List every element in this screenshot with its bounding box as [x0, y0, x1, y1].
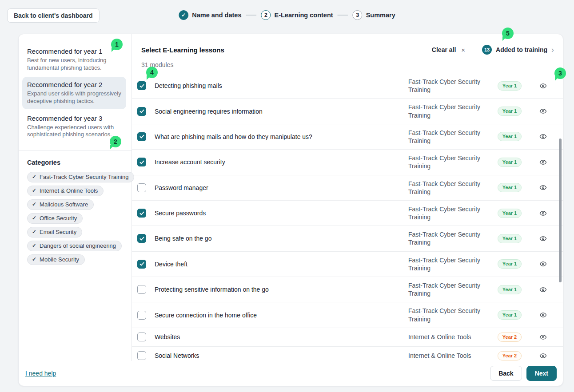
preview-lesson-button[interactable]: [538, 81, 548, 91]
preview-lesson-button[interactable]: [538, 285, 548, 294]
lesson-checkbox[interactable]: [137, 183, 146, 192]
category-chip-label: Office Security: [40, 215, 77, 222]
lesson-checkbox[interactable]: [137, 234, 146, 243]
recommendation-item-year-2[interactable]: Recommended for year 2 Expand user skill…: [22, 77, 126, 109]
lesson-category: Fast-Track Cyber Security Training: [399, 256, 492, 272]
category-chip-label: Fast-Track Cyber Security Training: [40, 174, 128, 180]
category-filter-chip[interactable]: ✓ Email Security: [27, 227, 82, 238]
lesson-category: Fast-Track Cyber Security Training: [399, 129, 492, 145]
lesson-checkbox[interactable]: [137, 311, 146, 320]
year-badge: Year 1: [498, 107, 522, 116]
preview-lesson-button[interactable]: [538, 259, 548, 269]
back-to-dashboard-button[interactable]: Back to client's dashboard: [7, 8, 100, 23]
lesson-checkbox[interactable]: [137, 260, 146, 269]
lesson-title: What are phishing mails and how do they …: [155, 133, 399, 140]
check-icon: [139, 83, 145, 89]
step-label: Name and dates: [192, 12, 241, 19]
category-filter-chip[interactable]: ✓ Office Security: [27, 213, 83, 224]
annotation-number: 4: [150, 69, 154, 76]
lesson-category: Fast-Track Cyber Security Training: [399, 281, 492, 297]
lesson-row: Social engineering requires information …: [132, 99, 563, 124]
lesson-checkbox[interactable]: [137, 132, 146, 141]
preview-lesson-button[interactable]: [538, 158, 548, 167]
stepper-step-2[interactable]: 2 E-Learning content: [261, 10, 333, 20]
step-connector: [246, 15, 257, 16]
preview-lesson-button[interactable]: [538, 107, 548, 116]
lesson-title: Device theft: [155, 261, 399, 268]
step-state-icon: 2: [261, 10, 271, 20]
chevron-right-icon: ›: [551, 46, 554, 54]
eye-icon: [539, 133, 547, 140]
recommendation-title: Recommended for year 2: [27, 81, 121, 88]
lesson-row: Password manager Fast-Track Cyber Securi…: [132, 175, 563, 201]
lesson-checkbox[interactable]: [137, 107, 146, 116]
lesson-category: Fast-Track Cyber Security Training: [399, 307, 492, 323]
lesson-checkbox[interactable]: [137, 158, 146, 166]
eye-icon: [539, 158, 547, 166]
eye-icon: [539, 210, 547, 217]
category-chip-label: Internet & Online Tools: [40, 187, 98, 194]
next-button[interactable]: Next: [526, 366, 557, 381]
preview-lesson-button[interactable]: [538, 310, 548, 320]
stepper-step-1[interactable]: ✓ Name and dates: [179, 10, 241, 20]
annotation-number: 2: [114, 138, 117, 145]
lesson-category: Internet & Online Tools: [399, 352, 492, 360]
category-chip-label: Dangers of social engineering: [40, 242, 116, 249]
lesson-checkbox[interactable]: [137, 333, 146, 341]
annotation-number: 1: [115, 41, 119, 48]
lesson-selection-panel: Select E-Learning lessons Clear all × 13…: [132, 34, 563, 361]
preview-lesson-button[interactable]: [538, 132, 548, 141]
step-label: Summary: [366, 12, 395, 19]
preview-lesson-button[interactable]: [538, 209, 548, 218]
eye-icon: [539, 184, 547, 191]
year-badge: Year 1: [498, 234, 522, 243]
preview-lesson-button[interactable]: [538, 234, 548, 243]
eye-icon: [539, 333, 547, 341]
lesson-checkbox[interactable]: [137, 81, 146, 90]
need-help-link[interactable]: I need help: [25, 370, 56, 377]
preview-lesson-button[interactable]: [538, 333, 548, 342]
preview-lesson-button[interactable]: [538, 351, 548, 360]
category-filter-chip[interactable]: ✓ Internet & Online Tools: [27, 186, 104, 196]
lesson-title: Secure passwords: [155, 210, 399, 217]
stepper-step-3[interactable]: 3 Summary: [353, 10, 395, 20]
category-filter-chip[interactable]: ✓ Dangers of social engineering: [27, 241, 122, 251]
lesson-title: Being safe on the go: [155, 235, 399, 242]
preview-lesson-button[interactable]: [538, 183, 548, 192]
vertical-scrollbar-thumb[interactable]: [559, 139, 562, 282]
clear-all-button[interactable]: Clear all ×: [432, 46, 465, 54]
lesson-checkbox[interactable]: [137, 285, 146, 294]
card-footer: I need help Back Next: [19, 361, 563, 386]
lesson-title: Social engineering requires information: [155, 108, 399, 115]
modules-count: 31 modules: [141, 61, 554, 68]
lesson-row: Protecting sensitive information on the …: [132, 277, 563, 302]
eye-icon: [539, 352, 547, 360]
lesson-checkbox[interactable]: [137, 209, 146, 218]
lesson-title: Protecting sensitive information on the …: [155, 286, 399, 293]
clear-all-label: Clear all: [432, 46, 456, 53]
step-state-icon: 3: [353, 10, 363, 20]
lesson-row: Being safe on the go Fast-Track Cyber Se…: [132, 226, 563, 251]
lesson-category: Fast-Track Cyber Security Training: [399, 154, 492, 170]
lesson-title: Password manager: [155, 184, 399, 191]
back-button[interactable]: Back: [490, 366, 522, 381]
filters-sidebar: Recommended for year 1 Best for new user…: [19, 34, 132, 361]
category-filter-chip[interactable]: ✓ Malicious Software: [27, 199, 94, 210]
year-badge: Year 1: [498, 209, 522, 218]
category-filter-chip[interactable]: ✓ Fast-Track Cyber Security Training: [27, 172, 134, 182]
lesson-row: Device theft Fast-Track Cyber Security T…: [132, 252, 563, 277]
year-badge: Year 2: [498, 351, 522, 360]
check-icon: [139, 159, 145, 165]
categories-heading: Categories: [27, 159, 126, 166]
annotation-marker-3: 3: [554, 67, 566, 79]
added-to-training-button[interactable]: 13 Added to training ›: [482, 45, 554, 55]
eye-icon: [539, 107, 547, 115]
check-icon: ✓: [32, 215, 36, 221]
lesson-row: Detecting phishing mails Fast-Track Cybe…: [132, 73, 563, 99]
check-icon: ✓: [32, 242, 36, 249]
category-filter-chip[interactable]: ✓ Mobile Security: [27, 254, 85, 265]
recommendation-item-year-1[interactable]: Recommended for year 1 Best for new user…: [22, 44, 126, 75]
annotation-marker-1: 1: [111, 39, 123, 50]
lesson-checkbox[interactable]: [137, 351, 146, 360]
annotation-marker-5: 5: [502, 28, 514, 39]
